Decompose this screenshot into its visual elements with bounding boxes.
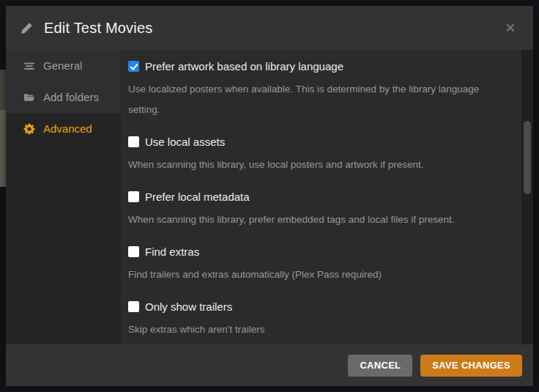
checkbox-find-extras[interactable]: Find extras — [128, 245, 507, 258]
dialog-body: General Add folders Advanced — [6, 50, 533, 344]
checkbox-icon[interactable] — [128, 301, 139, 312]
dialog-sidebar: General Add folders Advanced — [6, 50, 121, 344]
setting-use-local-assets: Use local assets When scanning this libr… — [128, 136, 507, 175]
dialog-title: Edit Test Movies — [44, 20, 152, 37]
setting-label[interactable]: Prefer local metadata — [145, 191, 250, 203]
setting-label[interactable]: Only show trailers — [145, 300, 232, 313]
setting-description: When scanning this library, use local po… — [128, 155, 507, 175]
checkbox-prefer-artwork-language[interactable]: Prefer artwork based on library language — [128, 60, 507, 73]
setting-description: When scanning this library, prefer embed… — [128, 210, 507, 230]
setting-description: Use localized posters when available. Th… — [128, 79, 507, 120]
checkbox-icon[interactable] — [128, 61, 139, 72]
checkbox-use-local-assets[interactable]: Use local assets — [128, 136, 507, 148]
background-page-sliver — [0, 110, 6, 187]
folder-open-icon — [23, 92, 35, 103]
pencil-icon — [21, 22, 33, 34]
setting-prefer-local-metadata: Prefer local metadata When scanning this… — [128, 191, 507, 230]
scrollbar-track[interactable] — [521, 50, 533, 344]
checkbox-icon[interactable] — [128, 191, 139, 202]
dialog-footer: CANCEL SAVE CHANGES — [6, 344, 533, 386]
tab-advanced[interactable]: Advanced — [6, 113, 121, 144]
tab-label: Advanced — [43, 122, 92, 135]
list-lines-icon — [23, 60, 35, 72]
tab-label: General — [43, 59, 82, 72]
advanced-settings-panel: Prefer artwork based on library language… — [121, 50, 521, 344]
setting-prefer-artwork-language: Prefer artwork based on library language… — [128, 60, 507, 120]
setting-description: Find trailers and extras automatically (… — [128, 265, 507, 285]
cancel-button[interactable]: CANCEL — [348, 355, 412, 377]
tab-general[interactable]: General — [6, 50, 121, 81]
setting-label[interactable]: Find extras — [145, 245, 199, 258]
setting-find-extras: Find extras Find trailers and extras aut… — [128, 245, 507, 285]
setting-description: Skip extras which aren't trailers — [128, 319, 507, 340]
background-page-sliver — [0, 70, 6, 110]
checkbox-icon[interactable] — [128, 246, 139, 257]
gear-icon — [23, 123, 35, 135]
setting-label[interactable]: Use local assets — [145, 136, 225, 148]
close-icon[interactable]: ✕ — [502, 21, 518, 36]
dialog-header: Edit Test Movies ✕ — [6, 6, 533, 50]
setting-only-show-trailers: Only show trailers Skip extras which are… — [128, 300, 507, 340]
setting-label[interactable]: Prefer artwork based on library language — [145, 60, 343, 73]
page-background: { "colors": { "accent_gold": "#e5a00d", … — [0, 0, 539, 392]
checkbox-icon[interactable] — [128, 136, 139, 147]
scrollbar-thumb[interactable] — [524, 121, 531, 194]
tab-add-folders[interactable]: Add folders — [6, 81, 121, 113]
save-changes-button[interactable]: SAVE CHANGES — [420, 355, 522, 377]
tab-label: Add folders — [43, 91, 99, 103]
checkbox-only-show-trailers[interactable]: Only show trailers — [128, 300, 507, 313]
checkbox-prefer-local-metadata[interactable]: Prefer local metadata — [128, 191, 507, 203]
edit-library-dialog: Edit Test Movies ✕ General — [6, 6, 533, 386]
